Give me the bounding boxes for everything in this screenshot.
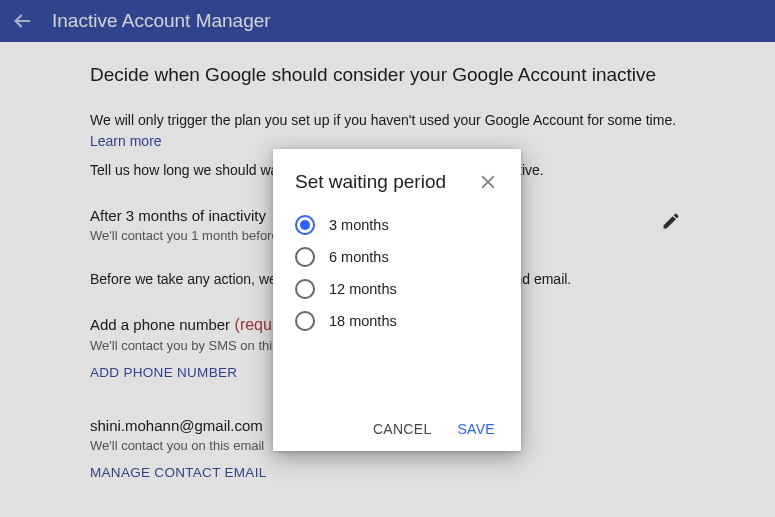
radio-button-icon — [295, 247, 315, 267]
dialog-title: Set waiting period — [295, 171, 446, 193]
radio-label: 18 months — [329, 313, 397, 329]
radio-label: 12 months — [329, 281, 397, 297]
radio-option-0[interactable]: 3 months — [295, 215, 499, 235]
close-icon — [479, 173, 497, 191]
radio-group: 3 months6 months12 months18 months — [295, 215, 499, 331]
save-button[interactable]: SAVE — [457, 421, 495, 437]
waiting-period-dialog: Set waiting period 3 months6 months12 mo… — [273, 149, 521, 451]
radio-button-icon — [295, 311, 315, 331]
radio-button-icon — [295, 279, 315, 299]
dialog-close-button[interactable] — [477, 171, 499, 193]
radio-option-1[interactable]: 6 months — [295, 247, 499, 267]
radio-label: 3 months — [329, 217, 389, 233]
radio-label: 6 months — [329, 249, 389, 265]
radio-button-icon — [295, 215, 315, 235]
radio-option-3[interactable]: 18 months — [295, 311, 499, 331]
radio-option-2[interactable]: 12 months — [295, 279, 499, 299]
cancel-button[interactable]: CANCEL — [373, 421, 432, 437]
